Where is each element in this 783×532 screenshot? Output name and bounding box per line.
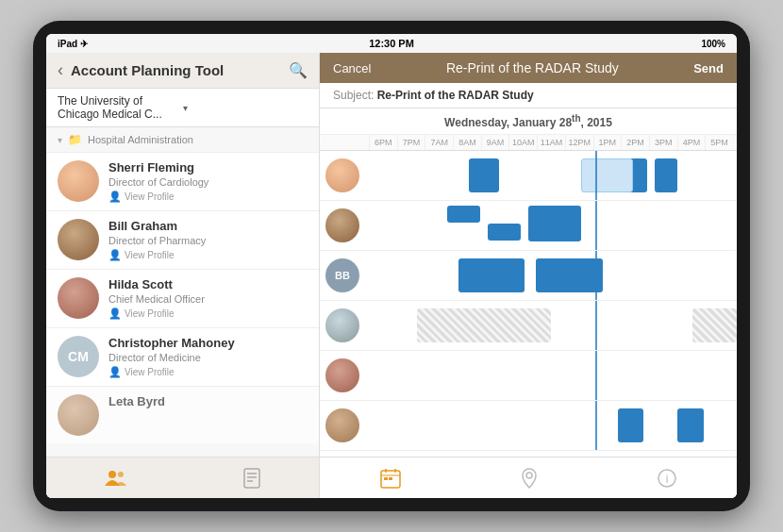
collapse-icon[interactable]: ▾ (58, 135, 62, 145)
person-info-sf: Sherri Fleming Director of Cardiology 👤 … (108, 160, 308, 203)
search-icon[interactable]: 🔍 (289, 61, 308, 79)
list-item-partial[interactable]: Leta Byrd (46, 387, 319, 443)
time-block (469, 158, 499, 192)
status-time: 12:30 PM (369, 38, 414, 49)
time-slot: 11AM (537, 135, 565, 150)
nav-doc-icon[interactable] (243, 468, 260, 489)
subject-label: Subject: (333, 89, 377, 102)
person-list: Sherri Fleming Director of Cardiology 👤 … (46, 153, 319, 457)
time-slots-header: 6PM 7PM 7AM 8AM 9AM 10AM 11AM 12PM 1PM 2… (369, 135, 733, 150)
person-title: Director of Medicine (108, 352, 308, 363)
time-slot: 1PM (593, 135, 622, 150)
time-block (655, 158, 677, 192)
view-profile-label: View Profile (125, 308, 175, 319)
status-right: 100% (701, 39, 725, 49)
time-block-light (581, 158, 633, 192)
view-profile-bg[interactable]: 👤 View Profile (108, 249, 308, 261)
person-info-cm: Christopher Mahoney Director of Medicine… (108, 336, 308, 378)
main-area: ‹ Account Planning Tool 🔍 The University… (46, 53, 737, 498)
avatar-cm: CM (58, 336, 99, 377)
time-block (488, 224, 521, 241)
cal-avatar-cm (320, 305, 365, 346)
cancel-button[interactable]: Cancel (333, 61, 371, 75)
time-block (618, 408, 644, 442)
tablet-frame: iPad ✈ 12:30 PM 100% ‹ Account Planning … (33, 21, 750, 511)
nav-calendar-icon[interactable] (380, 468, 401, 489)
cal-avatar-img-bb: BB (325, 258, 359, 292)
person-title: Director of Pharmacy (108, 235, 308, 246)
person-name: Sherri Fleming (108, 160, 308, 175)
list-item[interactable]: Sherri Fleming Director of Cardiology 👤 … (46, 153, 319, 211)
time-slot: 8AM (453, 135, 481, 150)
time-slot: 7AM (425, 135, 453, 150)
time-slot: 12PM (565, 135, 593, 150)
person-info-hs: Hilda Scott Chief Medical Officer 👤 View… (108, 277, 308, 320)
view-profile-label: View Profile (125, 250, 175, 260)
svg-rect-10 (384, 477, 388, 480)
time-slot: 5PM (705, 135, 733, 150)
send-button[interactable]: Send (693, 61, 724, 75)
current-time-indicator (595, 401, 597, 450)
time-block-unavailable (692, 308, 737, 342)
person-title: Director of Cardiology (108, 176, 308, 188)
svg-point-1 (118, 472, 124, 477)
time-slot: 6PM (369, 135, 397, 150)
calendar-row-bb: BB (320, 251, 737, 301)
left-header: ‹ Account Planning Tool 🔍 (46, 53, 319, 89)
calendar-rows: BB (320, 151, 737, 457)
cal-timeline-lb (365, 401, 737, 450)
avatar-sf (58, 160, 99, 202)
calendar-date-text: Wednesday, January 28th, 2015 (444, 116, 612, 129)
nav-location-icon[interactable] (521, 468, 538, 489)
person-name: Bill Graham (108, 219, 308, 233)
view-profile-sf[interactable]: 👤 View Profile (108, 191, 308, 203)
profile-icon: 👤 (108, 308, 122, 320)
org-name: The University of Chicago Medical C... (58, 94, 183, 121)
person-title: Chief Medical Officer (108, 293, 308, 305)
list-item[interactable]: Bill Graham Director of Pharmacy 👤 View … (46, 211, 319, 270)
cal-avatar-bg (320, 205, 365, 246)
svg-point-12 (526, 473, 532, 478)
cal-timeline-sf (365, 151, 737, 200)
time-block-unavailable (417, 308, 551, 342)
status-bar: iPad ✈ 12:30 PM 100% (46, 34, 737, 53)
svg-text:i: i (666, 473, 669, 486)
view-profile-hs[interactable]: 👤 View Profile (108, 308, 308, 320)
back-button[interactable]: ‹ (58, 60, 63, 80)
left-panel: ‹ Account Planning Tool 🔍 The University… (46, 53, 320, 498)
view-profile-cm[interactable]: 👤 View Profile (108, 366, 308, 378)
person-name: Christopher Mahoney (108, 336, 308, 350)
subject-text: Re-Print of the RADAR Study (377, 89, 534, 102)
svg-point-0 (108, 471, 116, 478)
avatar-bg (58, 219, 99, 260)
calendar-row-hs (320, 351, 737, 401)
cal-timeline-hs (365, 351, 737, 400)
list-item[interactable]: CM Christopher Mahoney Director of Medic… (46, 328, 319, 387)
cal-timeline-bg (365, 201, 737, 250)
cal-timeline-cm (365, 301, 737, 350)
cal-avatar-img-cm (325, 308, 359, 342)
tablet-screen: iPad ✈ 12:30 PM 100% ‹ Account Planning … (46, 34, 737, 498)
cal-avatar-img-bg (325, 208, 359, 242)
nav-people-icon[interactable] (105, 469, 127, 488)
person-name: Hilda Scott (108, 277, 308, 291)
status-left: iPad ✈ (58, 39, 88, 49)
cal-avatar-hs (320, 355, 365, 396)
calendar-row-sf (320, 151, 737, 201)
calendar-area: Wednesday, January 28th, 2015 6PM 7PM 7A… (320, 108, 737, 457)
section-label: Hospital Administration (88, 134, 193, 145)
nav-info-icon[interactable]: i (658, 469, 676, 488)
time-slot: 4PM (677, 135, 706, 150)
time-slot: 9AM (481, 135, 509, 150)
time-slot: 2PM (621, 135, 649, 150)
time-block (447, 206, 480, 223)
right-bottom-nav: i (320, 457, 737, 498)
person-name: Leta Byrd (108, 394, 308, 408)
list-item[interactable]: Hilda Scott Chief Medical Officer 👤 View… (46, 270, 319, 328)
calendar-row-cm (320, 301, 737, 351)
avatar-hs (58, 277, 99, 319)
calendar-date-header: Wednesday, January 28th, 2015 (320, 108, 737, 135)
current-time-indicator (595, 301, 597, 350)
left-panel-title: Account Planning Tool (71, 62, 281, 78)
org-selector[interactable]: The University of Chicago Medical C... ▾ (46, 89, 319, 127)
